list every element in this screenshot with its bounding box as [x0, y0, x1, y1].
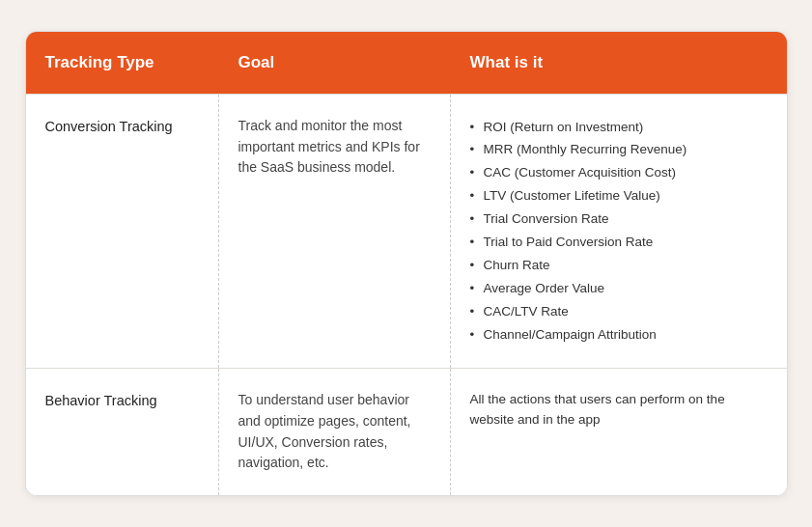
list-item: CAC/LTV Rate	[470, 300, 768, 323]
table-row: Behavior Tracking To understand user beh…	[26, 368, 787, 495]
header-goal: Goal	[219, 32, 451, 94]
cell-conversion-goal: Track and monitor the most important met…	[219, 95, 451, 368]
list-item: Trial to Paid Conversion Rate	[470, 232, 768, 255]
cell-behavior-goal: To understand user behavior and optimize…	[219, 369, 451, 495]
list-item: MRR (Monthly Recurring Revenue)	[470, 139, 768, 162]
list-item: Average Order Value	[470, 277, 768, 300]
list-item: Channel/Campaign Attribution	[470, 323, 768, 347]
header-what: What is it	[451, 32, 787, 94]
list-item: LTV (Customer Lifetime Value)	[470, 185, 768, 208]
tracking-table: Tracking Type Goal What is it Conversion…	[25, 31, 788, 496]
cell-behavior-what: All the actions that users can perform o…	[451, 369, 787, 495]
list-item: ROI (Return on Investment)	[470, 116, 768, 139]
list-item: Trial Conversion Rate	[470, 208, 768, 232]
table-body: Conversion Tracking Track and monitor th…	[26, 94, 787, 495]
table-row: Conversion Tracking Track and monitor th…	[26, 94, 787, 368]
header-tracking-type: Tracking Type	[26, 32, 219, 94]
list-item: CAC (Customer Acquisition Cost)	[470, 162, 768, 185]
table-header: Tracking Type Goal What is it	[26, 32, 787, 94]
cell-behavior-type: Behavior Tracking	[26, 369, 219, 495]
conversion-bullet-list: ROI (Return on Investment) MRR (Monthly …	[470, 116, 768, 347]
cell-conversion-type: Conversion Tracking	[26, 95, 219, 368]
cell-conversion-what: ROI (Return on Investment) MRR (Monthly …	[451, 95, 787, 368]
list-item: Churn Rate	[470, 255, 768, 278]
